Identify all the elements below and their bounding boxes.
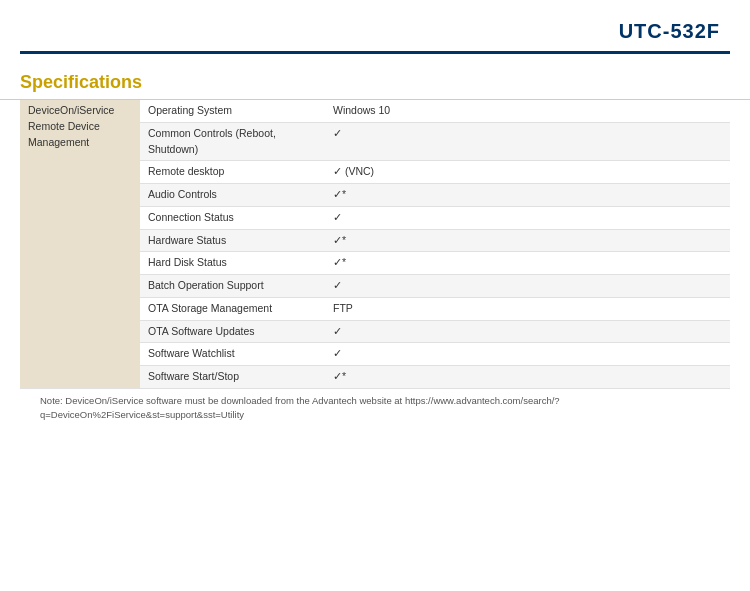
value-cell: ✓ (VNC) xyxy=(325,161,730,184)
feature-cell: Common Controls (Reboot, Shutdown) xyxy=(140,122,325,161)
feature-cell: Software Watchlist xyxy=(140,343,325,366)
category-cell: DeviceOn/iServiceRemote Device Managemen… xyxy=(20,100,140,388)
feature-cell: Operating System xyxy=(140,100,325,122)
value-cell: ✓* xyxy=(325,229,730,252)
feature-cell: Remote desktop xyxy=(140,161,325,184)
table-wrapper: DeviceOn/iServiceRemote Device Managemen… xyxy=(0,100,750,427)
model-name: UTC-532F xyxy=(619,20,720,43)
specs-heading: Specifications xyxy=(0,64,750,100)
value-cell: FTP xyxy=(325,297,730,320)
value-cell: ✓ xyxy=(325,275,730,298)
feature-cell: Audio Controls xyxy=(140,184,325,207)
value-cell: ✓ xyxy=(325,122,730,161)
value-cell: ✓* xyxy=(325,184,730,207)
value-cell: ✓* xyxy=(325,252,730,275)
value-cell: ✓ xyxy=(325,320,730,343)
note-row: Note: DeviceOn/iService software must be… xyxy=(20,388,730,427)
feature-cell: Hard Disk Status xyxy=(140,252,325,275)
value-cell: Windows 10 xyxy=(325,100,730,122)
feature-cell: Hardware Status xyxy=(140,229,325,252)
note-cell: Note: DeviceOn/iService software must be… xyxy=(20,388,730,427)
page-wrapper: UTC-532F Specifications DeviceOn/iServic… xyxy=(0,0,750,427)
specs-table: DeviceOn/iServiceRemote Device Managemen… xyxy=(20,100,730,427)
feature-cell: Batch Operation Support xyxy=(140,275,325,298)
blue-divider xyxy=(20,51,730,54)
table-row: DeviceOn/iServiceRemote Device Managemen… xyxy=(20,100,730,122)
value-cell: ✓ xyxy=(325,343,730,366)
feature-cell: OTA Software Updates xyxy=(140,320,325,343)
value-cell: ✓ xyxy=(325,206,730,229)
header-area: UTC-532F xyxy=(0,0,750,51)
value-cell: ✓* xyxy=(325,366,730,389)
feature-cell: Connection Status xyxy=(140,206,325,229)
feature-cell: OTA Storage Management xyxy=(140,297,325,320)
feature-cell: Software Start/Stop xyxy=(140,366,325,389)
